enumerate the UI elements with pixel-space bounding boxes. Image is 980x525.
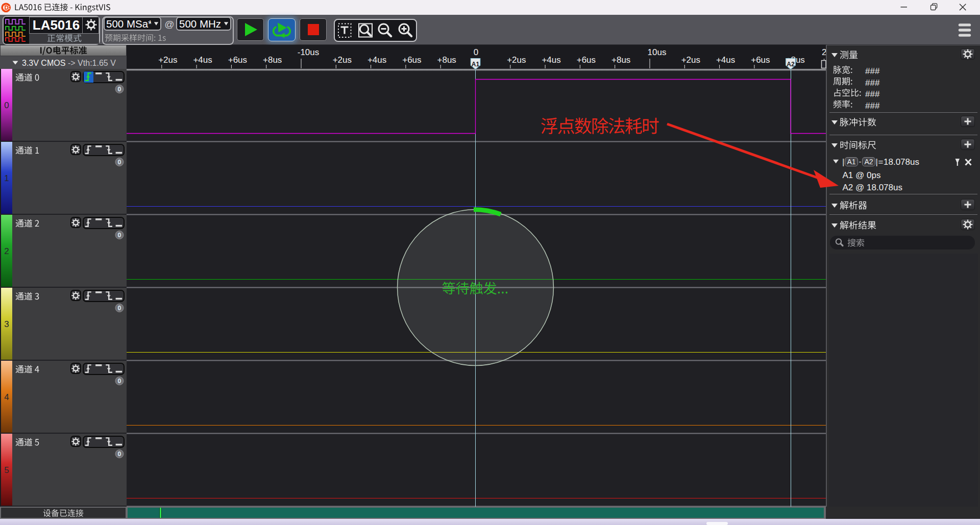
svg-text:A1: A1 <box>472 61 480 68</box>
svg-text:0: 0 <box>118 378 121 385</box>
svg-text:0: 0 <box>118 232 121 239</box>
svg-text:0: 0 <box>118 305 121 312</box>
svg-text:0: 0 <box>118 451 121 458</box>
svg-text:A2: A2 <box>787 61 795 68</box>
svg-text:0: 0 <box>118 159 121 166</box>
svg-text:0: 0 <box>118 86 121 93</box>
